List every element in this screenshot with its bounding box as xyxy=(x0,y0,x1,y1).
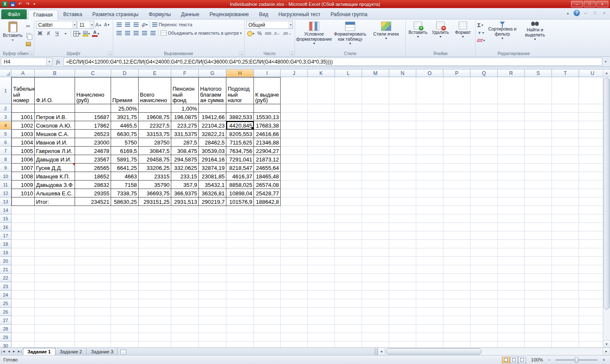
cell-I13[interactable]: 188642,8 xyxy=(254,197,281,206)
cell-A20[interactable] xyxy=(11,257,35,265)
cell-T10[interactable] xyxy=(552,172,579,181)
cell-C28[interactable] xyxy=(75,325,111,333)
cell-T14[interactable] xyxy=(552,206,579,214)
cell-R16[interactable] xyxy=(498,223,525,231)
cell-C25[interactable] xyxy=(75,299,111,308)
cell-C17[interactable] xyxy=(75,231,111,240)
row-header-10[interactable]: 10 xyxy=(0,172,11,181)
cell-K20[interactable] xyxy=(308,257,335,265)
help-icon[interactable]: ? xyxy=(574,10,580,16)
cell-O30[interactable] xyxy=(416,342,443,347)
cell-A18[interactable] xyxy=(11,240,35,248)
cell-P29[interactable] xyxy=(443,333,471,342)
cell-K2[interactable] xyxy=(308,104,335,113)
cell-K24[interactable] xyxy=(308,291,335,299)
cell-I25[interactable] xyxy=(254,299,281,308)
cell-G5[interactable]: 32822,21 xyxy=(199,130,226,138)
cell-F6[interactable]: 287,5 xyxy=(171,138,199,147)
row-header-14[interactable]: 14 xyxy=(0,206,11,214)
cell-A15[interactable] xyxy=(11,214,35,223)
currency-format-button[interactable]: ▾ xyxy=(246,30,255,37)
cell-E7[interactable]: 30847,5 xyxy=(139,147,171,155)
cell-E25[interactable] xyxy=(139,299,171,308)
cell-B3[interactable]: Петров И.В. xyxy=(35,113,75,121)
cell-B25[interactable] xyxy=(35,299,75,308)
cell-O8[interactable] xyxy=(416,155,443,164)
cell-Q8[interactable] xyxy=(471,155,498,164)
cell-B10[interactable]: Иванцев К.П. xyxy=(35,172,75,181)
horizontal-scroll-track[interactable] xyxy=(385,348,603,355)
font-color-button[interactable]: А▾ xyxy=(91,30,100,37)
cell-N26[interactable] xyxy=(389,308,416,316)
cell-P16[interactable] xyxy=(443,223,471,231)
cell-S15[interactable] xyxy=(525,214,552,223)
cell-M9[interactable] xyxy=(362,164,389,172)
cell-R24[interactable] xyxy=(498,291,525,299)
font-dialog-launcher-icon[interactable]: ↘ xyxy=(108,51,112,56)
cell-P27[interactable] xyxy=(443,316,471,325)
cell-L25[interactable] xyxy=(335,299,362,308)
cell-N2[interactable] xyxy=(389,104,416,113)
cell-H14[interactable] xyxy=(226,206,254,214)
bold-button[interactable]: Ж xyxy=(36,30,44,37)
cell-O24[interactable] xyxy=(416,291,443,299)
cell-H26[interactable] xyxy=(226,308,254,316)
row-header-28[interactable]: 28 xyxy=(0,325,11,333)
row-header-19[interactable]: 19 xyxy=(0,248,11,257)
cell-O2[interactable] xyxy=(416,104,443,113)
cell-I20[interactable] xyxy=(254,257,281,265)
cell-J21[interactable] xyxy=(281,265,308,274)
cell-F27[interactable] xyxy=(171,316,199,325)
cell-H3[interactable]: 3882,533 xyxy=(226,113,254,121)
cell-T3[interactable] xyxy=(552,113,579,121)
cell-A19[interactable] xyxy=(11,248,35,257)
cell-D4[interactable]: 4465,5 xyxy=(111,121,139,130)
cell-U23[interactable] xyxy=(579,282,606,291)
cell-C23[interactable] xyxy=(75,282,111,291)
ribbon-tab-Нагрузочный тест[interactable]: Нагрузочный тест xyxy=(273,9,326,19)
cell-N16[interactable] xyxy=(389,223,416,231)
cell-K17[interactable] xyxy=(308,231,335,240)
cell-H10[interactable]: 4616,37 xyxy=(226,172,254,181)
cell-B8[interactable]: Давыдов И.И. xyxy=(35,155,75,164)
cell-N20[interactable] xyxy=(389,257,416,265)
cell-Q17[interactable] xyxy=(471,231,498,240)
cell-G19[interactable] xyxy=(199,248,226,257)
cell-L1[interactable] xyxy=(335,77,362,104)
row-header-13[interactable]: 13 xyxy=(0,197,11,206)
cell-E20[interactable] xyxy=(139,257,171,265)
cell-P9[interactable] xyxy=(443,164,471,172)
cell-R6[interactable] xyxy=(498,138,525,147)
cell-R11[interactable] xyxy=(498,181,525,189)
cell-S26[interactable] xyxy=(525,308,552,316)
cell-N13[interactable] xyxy=(389,197,416,206)
cell-T13[interactable] xyxy=(552,197,579,206)
cell-L11[interactable] xyxy=(335,181,362,189)
cell-K14[interactable] xyxy=(308,206,335,214)
cell-A3[interactable]: 1001 xyxy=(11,113,35,121)
clipboard-dialog-launcher-icon[interactable]: ↘ xyxy=(29,51,33,56)
cell-L5[interactable] xyxy=(335,130,362,138)
cell-O20[interactable] xyxy=(416,257,443,265)
cell-K27[interactable] xyxy=(308,316,335,325)
cell-Q2[interactable] xyxy=(471,104,498,113)
cell-B21[interactable] xyxy=(35,265,75,274)
cell-H11[interactable]: 8858,025 xyxy=(226,181,254,189)
cell-J28[interactable] xyxy=(281,325,308,333)
align-middle-button[interactable] xyxy=(123,21,131,28)
cell-I2[interactable] xyxy=(254,104,281,113)
format-cells-button[interactable]: Формат ▾ xyxy=(452,21,474,39)
cell-D20[interactable] xyxy=(111,257,139,265)
cell-C29[interactable] xyxy=(75,333,111,342)
borders-button[interactable]: ▾ xyxy=(72,30,81,37)
cell-B9[interactable]: Гусев Д.Д. xyxy=(35,164,75,172)
cell-F29[interactable] xyxy=(171,333,199,342)
cell-O11[interactable] xyxy=(416,181,443,189)
cell-D8[interactable]: 5891,75 xyxy=(111,155,139,164)
cell-I18[interactable] xyxy=(254,240,281,248)
column-header-R[interactable]: R xyxy=(498,69,525,77)
row-header-15[interactable]: 15 xyxy=(0,214,11,223)
cell-I1[interactable]: К выдаче (руб) xyxy=(254,77,281,104)
cell-L12[interactable] xyxy=(335,189,362,197)
cell-R23[interactable] xyxy=(498,282,525,291)
